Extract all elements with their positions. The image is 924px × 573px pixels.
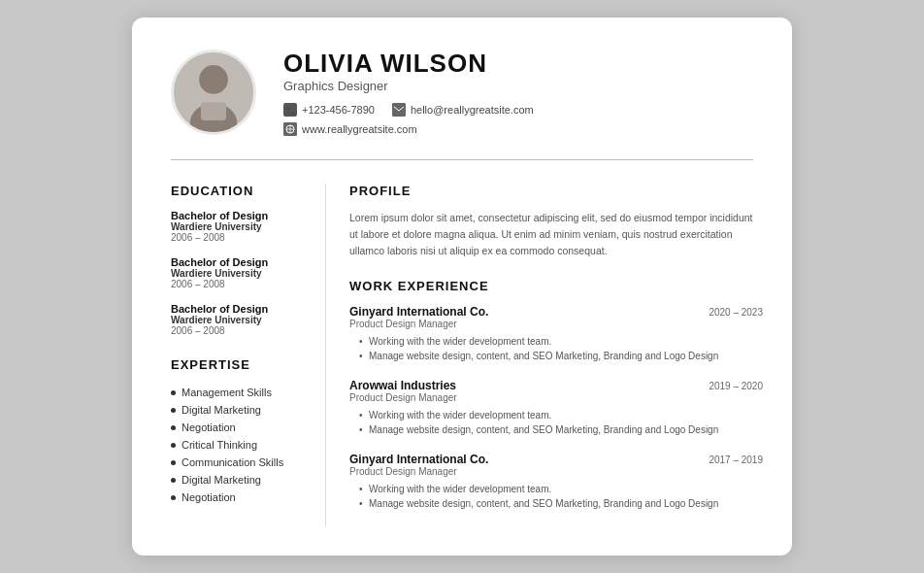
- work-role-3: Product Design Manager: [349, 466, 763, 477]
- left-column: EDUCATION Bachelor of Design Wardiere Un…: [132, 184, 326, 525]
- work-role-1: Product Design Manager: [349, 319, 763, 329]
- header-name: OLIVIA WILSON: [283, 49, 753, 79]
- work-entry-1: Ginyard International Co. 2020 – 2023 Pr…: [349, 305, 763, 363]
- header: OLIVIA WILSON Graphics Designer 📞 +123-4…: [132, 17, 792, 159]
- expertise-item-1: Management Skills: [171, 384, 306, 401]
- edu-school-1: Wardiere University: [171, 221, 306, 232]
- expertise-section: EXPERTISE Management Skills Digital Mark…: [171, 357, 306, 506]
- edu-degree-3: Bachelor of Design: [171, 303, 306, 315]
- profile-text: Lorem ipsum dolor sit amet, consectetur …: [349, 210, 763, 258]
- email-contact: hello@reallygreatsite.com: [392, 103, 534, 117]
- avatar: [171, 50, 256, 135]
- work-bullet-2-2: Manage website design, content, and SEO …: [359, 422, 763, 437]
- expertise-item-5: Communication Skills: [171, 454, 306, 471]
- work-bullet-2-1: Working with the wider development team.: [359, 408, 763, 422]
- expertise-title: EXPERTISE: [171, 357, 306, 372]
- contact-row: 📞 +123-456-7890 hello@reallygreatsite.co…: [283, 103, 753, 117]
- edu-years-2: 2006 – 2008: [171, 279, 306, 289]
- edu-years-1: 2006 – 2008: [171, 232, 306, 243]
- contact-row-2: www.reallygreatsite.com: [283, 122, 753, 136]
- work-bullet-1-1: Working with the wider development team.: [359, 334, 763, 349]
- work-experience-title: WORK EXPERIENCE: [349, 279, 763, 293]
- work-years-1: 2020 – 2023: [709, 307, 763, 318]
- work-header-1: Ginyard International Co. 2020 – 2023: [349, 305, 763, 319]
- email-icon: [392, 103, 406, 117]
- work-bullets-2: Working with the wider development team.…: [349, 408, 763, 437]
- work-experience-section: WORK EXPERIENCE Ginyard International Co…: [349, 279, 763, 511]
- edu-school-3: Wardiere University: [171, 315, 306, 325]
- profile-section: PROFILE Lorem ipsum dolor sit amet, cons…: [349, 184, 763, 258]
- header-info: OLIVIA WILSON Graphics Designer 📞 +123-4…: [283, 49, 753, 136]
- expertise-item-7: Negotiation: [171, 489, 306, 506]
- education-title: EDUCATION: [171, 184, 306, 198]
- header-title: Graphics Designer: [283, 79, 753, 93]
- resume-card: OLIVIA WILSON Graphics Designer 📞 +123-4…: [132, 17, 792, 555]
- work-bullets-1: Working with the wider development team.…: [349, 334, 763, 363]
- work-company-1: Ginyard International Co.: [349, 305, 488, 319]
- edu-school-2: Wardiere University: [171, 268, 306, 279]
- work-company-2: Arowwai Industries: [349, 379, 456, 392]
- bullet-icon: [171, 495, 176, 500]
- bullet-icon: [171, 425, 176, 430]
- website-value: www.reallygreatsite.com: [302, 123, 417, 135]
- work-company-3: Ginyard International Co.: [349, 453, 488, 466]
- profile-title: PROFILE: [349, 184, 763, 198]
- edu-degree-2: Bachelor of Design: [171, 256, 306, 268]
- website-contact: www.reallygreatsite.com: [283, 122, 417, 136]
- work-bullet-3-2: Manage website design, content, and SEO …: [359, 496, 763, 511]
- website-icon: [283, 122, 297, 136]
- svg-point-1: [199, 65, 228, 94]
- work-years-3: 2017 – 2019: [709, 455, 763, 465]
- work-bullet-1-2: Manage website design, content, and SEO …: [359, 349, 763, 363]
- body: EDUCATION Bachelor of Design Wardiere Un…: [132, 160, 792, 555]
- work-entry-3: Ginyard International Co. 2017 – 2019 Pr…: [349, 453, 763, 511]
- bullet-icon: [171, 408, 176, 413]
- phone-icon: 📞: [283, 103, 297, 117]
- work-bullets-3: Working with the wider development team.…: [349, 482, 763, 511]
- bullet-icon: [171, 478, 176, 483]
- expertise-item-4: Critical Thinking: [171, 436, 306, 454]
- work-header-2: Arowwai Industries 2019 – 2020: [349, 379, 763, 392]
- svg-text:📞: 📞: [287, 106, 295, 115]
- edu-degree-1: Bachelor of Design: [171, 210, 306, 221]
- edu-years-3: 2006 – 2008: [171, 325, 306, 336]
- work-years-2: 2019 – 2020: [709, 381, 763, 391]
- bullet-icon: [171, 390, 176, 395]
- right-column: PROFILE Lorem ipsum dolor sit amet, cons…: [326, 184, 792, 525]
- bullet-icon: [171, 460, 176, 465]
- work-header-3: Ginyard International Co. 2017 – 2019: [349, 453, 763, 466]
- work-role-2: Product Design Manager: [349, 392, 763, 403]
- phone-contact: 📞 +123-456-7890: [283, 103, 375, 117]
- work-entry-2: Arowwai Industries 2019 – 2020 Product D…: [349, 379, 763, 437]
- bullet-icon: [171, 443, 176, 448]
- svg-rect-3: [201, 103, 226, 121]
- expertise-item-3: Negotiation: [171, 419, 306, 436]
- email-value: hello@reallygreatsite.com: [411, 104, 534, 116]
- expertise-item-2: Digital Marketing: [171, 401, 306, 419]
- edu-entry-1: Bachelor of Design Wardiere University 2…: [171, 210, 306, 243]
- edu-entry-2: Bachelor of Design Wardiere University 2…: [171, 256, 306, 289]
- work-bullet-3-1: Working with the wider development team.: [359, 482, 763, 496]
- edu-entry-3: Bachelor of Design Wardiere University 2…: [171, 303, 306, 336]
- phone-value: +123-456-7890: [302, 104, 375, 116]
- svg-rect-6: [392, 103, 406, 117]
- expertise-item-6: Digital Marketing: [171, 471, 306, 489]
